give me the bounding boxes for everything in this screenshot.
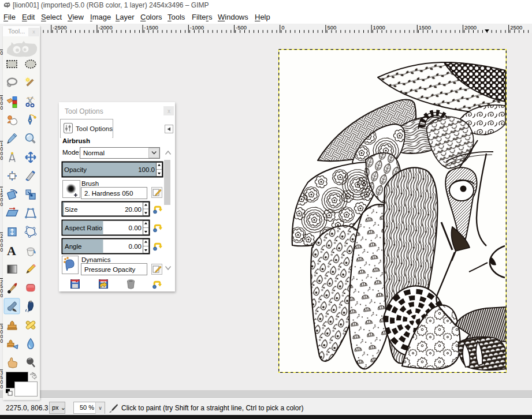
svg-text:-500: -500 xyxy=(236,24,247,31)
svg-text:Mode:: Mode: xyxy=(62,149,81,156)
svg-text:Normal: Normal xyxy=(83,149,105,156)
svg-text:Dynamics: Dynamics xyxy=(81,256,111,263)
svg-text:0: 0 xyxy=(281,24,284,31)
svg-text:0.00: 0.00 xyxy=(129,243,142,250)
svg-text:0.00: 0.00 xyxy=(129,225,142,231)
svg-text:2. Hardness 050: 2. Hardness 050 xyxy=(84,190,133,197)
svg-text:-2000: -2000 xyxy=(98,24,112,31)
svg-text:x: x xyxy=(168,108,170,114)
svg-text:Tool Options: Tool Options xyxy=(76,125,113,132)
svg-text:-2500: -2500 xyxy=(53,24,66,31)
svg-text:Angle: Angle xyxy=(65,243,81,250)
svg-text:Brush: Brush xyxy=(81,180,99,187)
svg-text:-1500: -1500 xyxy=(144,24,158,31)
svg-text:2000: 2000 xyxy=(464,24,477,31)
svg-text:1000: 1000 xyxy=(373,24,385,31)
svg-text:500: 500 xyxy=(327,24,336,31)
svg-text:Pressure Opacity: Pressure Opacity xyxy=(84,266,135,273)
svg-text:20.00: 20.00 xyxy=(125,206,142,213)
svg-text:Size: Size xyxy=(65,206,77,213)
svg-text:Opacity: Opacity xyxy=(64,166,87,173)
svg-text:2500: 2500 xyxy=(510,24,522,31)
svg-text:Tool Options: Tool Options xyxy=(65,107,103,115)
svg-text:A: A xyxy=(7,244,16,258)
svg-text:Aspect Ratio: Aspect Ratio xyxy=(65,225,102,231)
svg-text:Airbrush: Airbrush xyxy=(62,137,90,144)
svg-text:100.0: 100.0 xyxy=(138,166,155,173)
svg-text:-1000: -1000 xyxy=(190,24,204,31)
svg-text:1500: 1500 xyxy=(419,24,431,31)
